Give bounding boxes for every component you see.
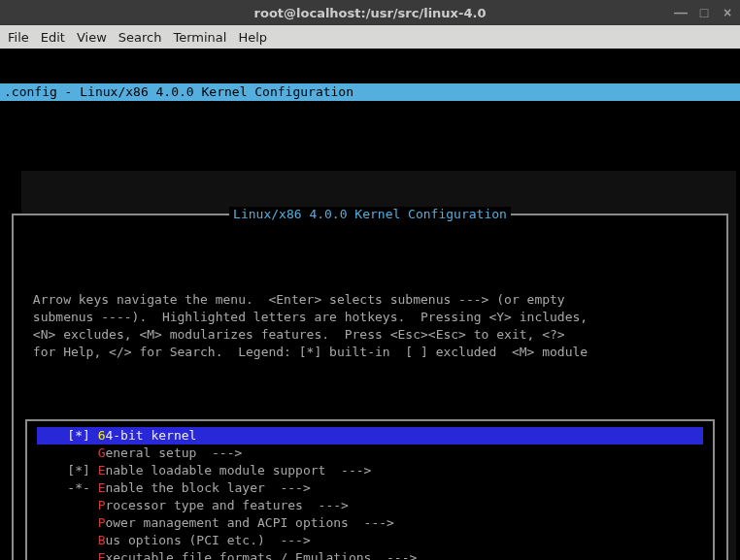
window-title: root@localhost:/usr/src/linux-4.0 <box>254 6 487 20</box>
menubar: File Edit View Search Terminal Help <box>0 25 740 49</box>
close-icon[interactable]: × <box>719 5 736 20</box>
menu-terminal[interactable]: Terminal <box>173 30 226 45</box>
menu-item-4[interactable]: Processor type and features ---> <box>37 497 703 514</box>
menu-item-1[interactable]: General setup ---> <box>37 445 703 462</box>
menu-item-3[interactable]: -*- Enable the block layer ---> <box>37 479 703 497</box>
menu-item-5[interactable]: Power management and ACPI options ---> <box>37 514 703 532</box>
config-header: .config - Linux/x86 4.0.0 Kernel Configu… <box>0 83 740 101</box>
menu-file[interactable]: File <box>8 30 29 45</box>
menu-list[interactable]: [*] 64-bit kernel General setup ---> [*]… <box>25 419 715 560</box>
menu-item-6[interactable]: Bus options (PCI etc.) ---> <box>37 532 703 549</box>
menu-item-0[interactable]: [*] 64-bit kernel <box>37 427 703 445</box>
minimize-icon[interactable]: — <box>672 5 690 20</box>
main-panel: Linux/x86 4.0.0 Kernel Configuration Arr… <box>12 214 728 560</box>
menu-item-2[interactable]: [*] Enable loadable module support ---> <box>37 462 703 479</box>
menu-item-7[interactable]: Executable file formats / Emulations ---… <box>37 549 703 560</box>
help-text: Arrow keys navigate the menu. <Enter> se… <box>25 291 715 361</box>
maximize-icon[interactable]: □ <box>695 5 713 20</box>
menu-help[interactable]: Help <box>238 30 267 45</box>
menu-view[interactable]: View <box>77 30 107 45</box>
window-titlebar: root@localhost:/usr/src/linux-4.0 — □ × <box>0 0 740 25</box>
menu-edit[interactable]: Edit <box>41 30 65 45</box>
menu-search[interactable]: Search <box>118 30 162 45</box>
terminal-area: .config - Linux/x86 4.0.0 Kernel Configu… <box>0 49 740 560</box>
window-controls: — □ × <box>672 0 736 25</box>
